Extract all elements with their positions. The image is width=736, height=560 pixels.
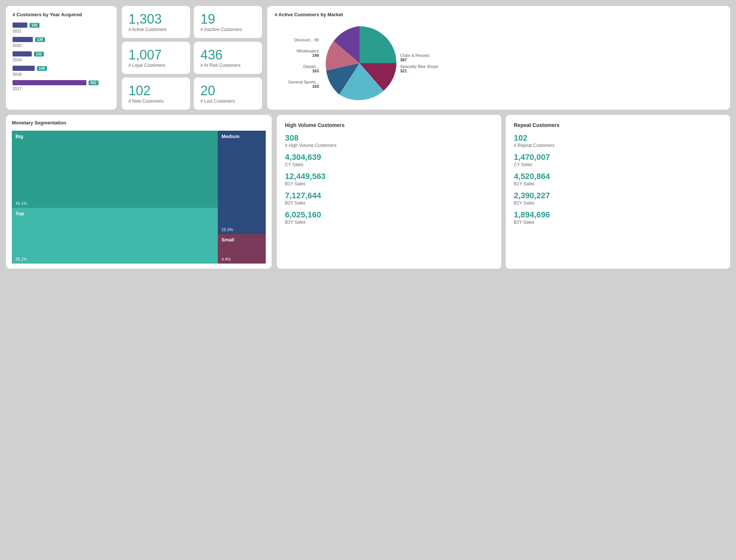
treemap-medium-label: Medium xyxy=(221,134,240,139)
kpi-atrisk-label: # At Risk Customers xyxy=(200,63,255,68)
treemap-top-pct: 35.2% xyxy=(16,257,27,261)
bar-2017 xyxy=(13,80,86,85)
hv-b1y-value: 12,449,563 xyxy=(285,172,493,181)
kpi-inactive-label: # Inactive Customers xyxy=(200,27,255,32)
kpi-active-customers: 1,303 # Active Customers xyxy=(122,6,190,38)
hv-count-label: # High Volume Customers xyxy=(285,143,493,148)
pie-outer: Discount... 90 Wholesalers 149 Depart...… xyxy=(275,23,723,104)
treemap-big-pct: 45.1% xyxy=(16,201,27,206)
hv-b2y-label: B2Y Sales xyxy=(285,200,493,206)
bar-row-2021: 100 2021 xyxy=(13,23,110,33)
rc-b3y-value: 1,894,696 xyxy=(514,210,722,220)
rc-b1y-label: B1Y Sales xyxy=(514,181,722,186)
pie-label-discount-name: Discount... 90 xyxy=(275,38,319,42)
bar-badge-2020: 139 xyxy=(35,37,45,42)
pie-chart-card: # Active Customers by Market Discount...… xyxy=(267,6,730,110)
bar-chart-title: # Customers by Year Acquired xyxy=(13,12,110,17)
repeat-customers-card: Repeat Customers 102 # Repeat Customers … xyxy=(506,115,730,269)
bar-row-2018: 149 2018 xyxy=(13,66,110,76)
year-2017: 2017 xyxy=(13,86,110,91)
rc-cy-value: 1,470,007 xyxy=(514,152,722,162)
treemap-big-label: Big xyxy=(16,134,23,139)
kpi-loyal-value: 1,007 xyxy=(128,48,183,62)
hv-b3y-value: 6,025,160 xyxy=(285,210,493,220)
pie-label-specialty: Specialty Bike Shops 321 xyxy=(400,64,444,73)
year-2021: 2021 xyxy=(13,29,110,33)
year-2020: 2020 xyxy=(13,43,110,48)
hv-cy-value: 4,304,639 xyxy=(285,152,493,162)
kpi-inactive-value: 19 xyxy=(200,12,255,27)
hv-count-value: 308 xyxy=(285,133,493,143)
bar-badge-2019: 132 xyxy=(34,52,44,56)
rc-b3y-label: B3Y Sales xyxy=(514,220,722,225)
pie-label-depart: Depart... 163 xyxy=(275,64,319,73)
bar-row-2017: 802 2017 xyxy=(13,80,110,91)
pie-label-general: General Sports... 193 xyxy=(275,80,319,89)
pie-right-labels: Clubs & Resorts 387 Specialty Bike Shops… xyxy=(400,53,444,73)
pie-chart-title: # Active Customers by Market xyxy=(275,12,723,17)
treemap-big: Big 45.1% xyxy=(12,131,218,208)
treemap-small-pct: 4.4% xyxy=(221,257,231,261)
treemap-medium: Medium 15.3% xyxy=(218,131,266,234)
rc-metric-b1y: 4,520,864 B1Y Sales xyxy=(514,172,722,186)
treemap-card: Monetary Segmentation Big 45.1% Top 35.2… xyxy=(6,115,272,269)
bar-row-2020: 139 2020 xyxy=(13,37,110,48)
top-row: # Customers by Year Acquired 100 2021 13… xyxy=(6,6,730,110)
rc-count-label: # Repeat Customers xyxy=(514,143,722,148)
rc-metric-b3y: 1,894,696 B3Y Sales xyxy=(514,210,722,225)
repeat-title: Repeat Customers xyxy=(514,122,722,128)
pie-segment-clubs xyxy=(360,26,396,63)
bar-chart-card: # Customers by Year Acquired 100 2021 13… xyxy=(6,6,117,110)
kpi-lost-customers: 20 # Lost Customers xyxy=(194,78,262,110)
kpi-lost-label: # Lost Customers xyxy=(200,99,255,104)
kpi-loyal-label: # Loyal Customers xyxy=(128,63,183,68)
high-volume-card: High Volume Customers 308 # High Volume … xyxy=(277,115,501,269)
hv-metric-b1y: 12,449,563 B1Y Sales xyxy=(285,172,493,186)
kpi-inactive-customers: 19 # Inactive Customers xyxy=(194,6,262,38)
bar-badge-2017: 802 xyxy=(89,80,99,85)
year-2019: 2019 xyxy=(13,58,110,62)
hv-metric-cy: 4,304,639 CY Sales xyxy=(285,152,493,167)
treemap-top-label: Top xyxy=(16,211,24,216)
bar-2019 xyxy=(13,51,32,56)
rc-metric-cy: 1,470,007 CY Sales xyxy=(514,152,722,167)
pie-svg xyxy=(319,23,400,104)
hv-metric-b2y: 7,127,644 B2Y Sales xyxy=(285,191,493,206)
rc-b1y-value: 4,520,864 xyxy=(514,172,722,181)
hv-b2y-value: 7,127,644 xyxy=(285,191,493,200)
rc-b2y-label: B2Y Sales xyxy=(514,200,722,206)
treemap-top: Top 35.2% xyxy=(12,208,218,264)
rc-cy-label: CY Sales xyxy=(514,162,722,167)
kpi-loyal-customers: 1,007 # Loyal Customers xyxy=(122,42,190,74)
bar-badge-2021: 100 xyxy=(30,23,39,28)
pie-left-labels: Discount... 90 Wholesalers 149 Depart...… xyxy=(275,38,319,89)
treemap-small: Small 4.4% xyxy=(218,234,266,264)
high-volume-title: High Volume Customers xyxy=(285,122,493,128)
kpi-new-value: 102 xyxy=(128,83,183,98)
treemap-right: Medium 15.3% Small 4.4% xyxy=(218,131,266,264)
treemap-area: Big 45.1% Top 35.2% Medium 15.3% Sm xyxy=(12,131,266,264)
bar-2018 xyxy=(13,66,35,71)
bar-row-2019: 132 2019 xyxy=(13,51,110,62)
year-2018: 2018 xyxy=(13,72,110,76)
treemap-small-label: Small xyxy=(221,237,234,243)
hv-metric-count: 308 # High Volume Customers xyxy=(285,133,493,148)
bar-chart-rows: 100 2021 139 2020 132 xyxy=(13,23,110,91)
hv-b3y-label: B3Y Sales xyxy=(285,220,493,225)
kpi-lost-value: 20 xyxy=(200,83,255,98)
bar-2020 xyxy=(13,37,33,42)
treemap-title: Monetary Segmentation xyxy=(12,120,266,126)
hv-metric-b3y: 6,025,160 B3Y Sales xyxy=(285,210,493,225)
kpi-atrisk-value: 436 xyxy=(200,48,255,62)
kpi-atrisk-customers: 436 # At Risk Customers xyxy=(194,42,262,74)
kpi-grid: 1,303 # Active Customers 19 # Inactive C… xyxy=(122,6,262,110)
treemap-left: Big 45.1% Top 35.2% xyxy=(12,131,218,264)
rc-b2y-value: 2,390,227 xyxy=(514,191,722,200)
rc-metric-b2y: 2,390,227 B2Y Sales xyxy=(514,191,722,206)
treemap-medium-pct: 15.3% xyxy=(221,227,233,232)
hv-cy-label: CY Sales xyxy=(285,162,493,167)
right-cards: High Volume Customers 308 # High Volume … xyxy=(277,115,730,269)
pie-label-wholesalers: Wholesalers 149 xyxy=(275,49,319,58)
dashboard: # Customers by Year Acquired 100 2021 13… xyxy=(6,6,730,269)
bar-2021 xyxy=(13,23,27,28)
